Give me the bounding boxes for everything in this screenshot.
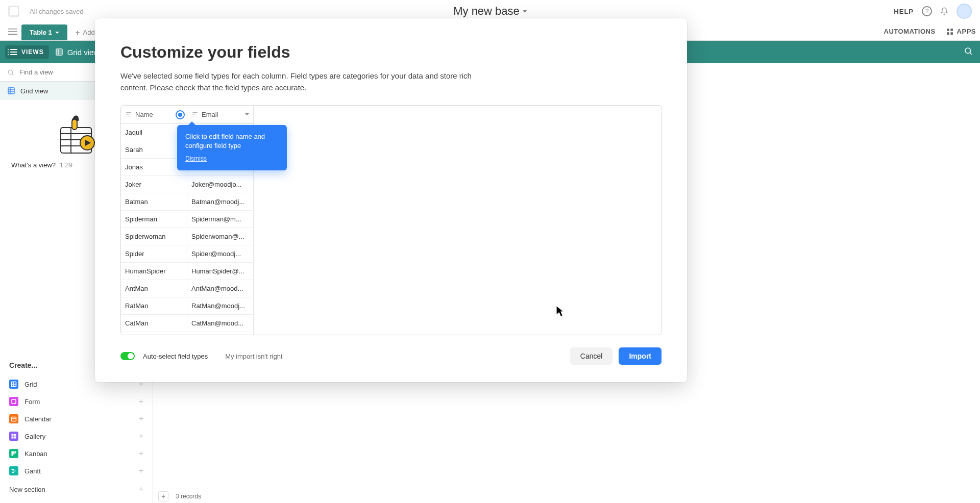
tab-label: Table 1 (30, 29, 52, 36)
modal-footer: Auto-select field types My import isn't … (120, 347, 662, 365)
cell-email: Spiderman@m... (187, 211, 253, 228)
tab-table-1[interactable]: Table 1 (21, 24, 67, 40)
cell-email: Joker@moodjo... (187, 176, 253, 193)
import-button[interactable]: Import (619, 347, 662, 365)
column-email-label: Email (202, 111, 218, 118)
avatar[interactable] (957, 4, 972, 19)
column-header-name[interactable]: Name (121, 106, 187, 123)
cell-email: Spider@moodj... (187, 245, 253, 262)
help-icon[interactable]: ? (922, 6, 932, 16)
svg-rect-31 (12, 417, 16, 421)
plus-icon: + (139, 449, 143, 458)
cell-name: RatMan (121, 297, 187, 314)
cell-name: CatMan (121, 315, 187, 332)
apps-label: APPS (957, 28, 976, 35)
video-time: 1:29 (60, 161, 72, 169)
base-name-dropdown[interactable]: My new base (453, 5, 527, 18)
create-gallery[interactable]: Gallery + (0, 427, 153, 445)
create-form[interactable]: Form + (0, 393, 153, 410)
cell-name: AntMan (121, 280, 187, 297)
field-preview: Name Email JaquilSarahJonasJokerJoker@mo… (120, 105, 662, 336)
plus-icon: + (76, 28, 80, 37)
svg-rect-42 (12, 472, 14, 473)
svg-rect-41 (13, 471, 16, 472)
table-row: SpidermanSpiderman@m... (121, 211, 253, 228)
cell-email: RatMan@moodj... (187, 297, 253, 314)
cell-email: Batman@moodj... (187, 193, 253, 210)
create-kanban[interactable]: Kanban + (0, 445, 153, 462)
cell-name: Joker (121, 176, 187, 193)
auto-select-label: Auto-select field types (143, 353, 208, 360)
grid-icon (9, 380, 18, 389)
svg-line-14 (12, 73, 14, 75)
svg-rect-5 (947, 32, 949, 35)
help-link[interactable]: HELP (894, 8, 914, 15)
modal-title: Customize your fields (120, 43, 662, 62)
auto-select-toggle[interactable] (120, 352, 135, 360)
new-section[interactable]: New section + (0, 480, 153, 499)
save-status: All changes saved (30, 8, 84, 15)
table-row: HumanSpiderHumanSpider@... (121, 263, 253, 280)
svg-rect-35 (12, 437, 14, 439)
text-field-icon (125, 111, 132, 118)
gantt-icon (9, 466, 18, 475)
hamburger-icon[interactable] (4, 22, 21, 40)
cell-email: Spiderwoman@... (187, 228, 253, 245)
plus-icon: + (139, 397, 143, 406)
modal-description: We've selected some field types for each… (120, 70, 488, 94)
cell-name: Batman (121, 193, 187, 210)
svg-rect-26 (72, 119, 77, 130)
svg-point-11 (965, 48, 971, 54)
cancel-button[interactable]: Cancel (570, 347, 613, 365)
svg-rect-30 (12, 399, 16, 404)
add-row-button[interactable]: + (158, 491, 168, 501)
app-logo[interactable] (8, 6, 19, 17)
new-section-label: New section (9, 486, 45, 493)
automations-link[interactable]: AUTOMATIONS (884, 28, 936, 35)
views-button[interactable]: VIEWS (5, 45, 49, 59)
tooltip-dismiss[interactable]: Dismiss (185, 155, 279, 163)
video-question: What's a view? (11, 161, 56, 169)
footer: + 3 records (153, 489, 980, 503)
create-grid-label: Grid (24, 381, 37, 388)
svg-rect-38 (13, 451, 15, 455)
tooltip: Click to edit field name and configure f… (177, 125, 287, 170)
svg-rect-2 (8, 34, 17, 35)
svg-rect-3 (947, 29, 949, 31)
record-count: 3 records (176, 493, 201, 500)
create-gallery-label: Gallery (24, 433, 45, 440)
create-gantt[interactable]: Gantt + (0, 462, 153, 480)
bell-icon[interactable] (940, 7, 948, 15)
views-icon (10, 49, 17, 55)
import-wrong-link[interactable]: My import isn't right (225, 353, 282, 360)
plus-icon: + (139, 432, 143, 441)
table-row: RatManRatMan@moodj... (121, 297, 253, 315)
preview-header: Name Email (121, 106, 253, 124)
svg-rect-33 (12, 434, 14, 436)
base-name-text: My new base (453, 5, 520, 18)
svg-rect-1 (8, 31, 17, 32)
plus-icon: + (139, 414, 143, 423)
svg-rect-34 (14, 434, 16, 436)
search-icon[interactable] (964, 46, 973, 58)
chevron-down-icon (55, 32, 59, 34)
create-calendar-label: Calendar (24, 415, 52, 423)
svg-rect-39 (15, 451, 16, 454)
svg-rect-4 (950, 29, 953, 31)
cell-name: HumanSpider (121, 263, 187, 280)
gallery-icon (9, 432, 18, 441)
cell-name: Spiderman (121, 211, 187, 228)
grid-icon (55, 48, 63, 56)
apps-link[interactable]: APPS (946, 28, 976, 36)
table-row: BatmanBatman@moodj... (121, 193, 253, 211)
topbar-right: HELP ? (894, 4, 972, 19)
search-icon (7, 69, 14, 76)
create-form-label: Form (24, 398, 40, 406)
calendar-icon (9, 414, 18, 423)
table-row: CatManCatMan@mood... (121, 315, 253, 332)
radio-selected-icon[interactable] (176, 110, 185, 119)
column-header-email[interactable]: Email (187, 106, 253, 123)
create-calendar[interactable]: Calendar + (0, 410, 153, 427)
chevron-down-icon (523, 10, 527, 13)
grid-icon (7, 87, 15, 95)
